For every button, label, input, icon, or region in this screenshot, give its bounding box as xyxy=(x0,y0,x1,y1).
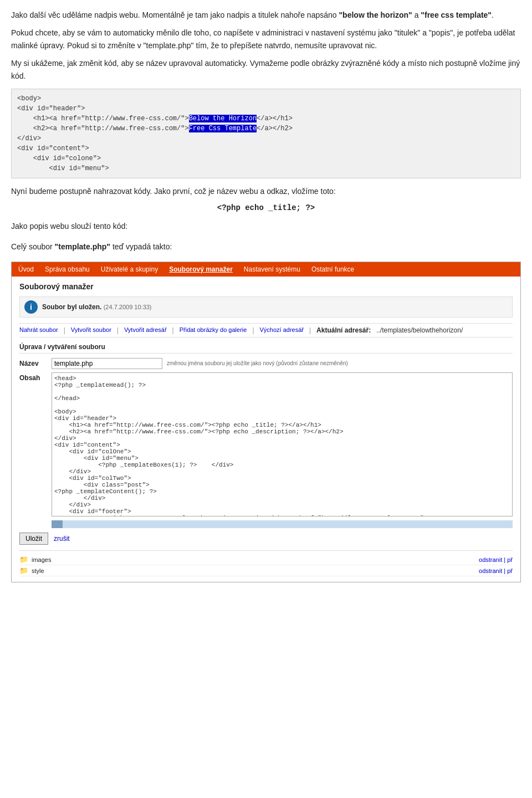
file-name-images: images xyxy=(32,556,51,563)
replace-text: Nyní budeme postupně nahrazovat kódy. Ja… xyxy=(11,185,521,197)
cms-content-area-wrapper: <head> <?php _templateHead(); ?> </head>… xyxy=(52,372,513,528)
cms-name-hint: změnou jména souboru jej uložíte jako no… xyxy=(167,358,348,366)
description-label: Jako popis webu slouží tento kód: xyxy=(11,220,521,232)
intro-paragraph-3: My si ukážeme, jak změnit kód, aby se ná… xyxy=(11,57,521,82)
cancel-link[interactable]: zrušit xyxy=(54,535,70,543)
file-action-style[interactable]: odstranit | př xyxy=(479,567,513,574)
cms-toolbar: Nahrát soubor | Vytvořit soubor | Vytvoř… xyxy=(19,323,513,337)
folder-icon: 📁 xyxy=(19,555,28,564)
file-name-style: style xyxy=(32,567,44,574)
highlight-title: Below the Horizon xyxy=(189,115,257,122)
toolbar-upload[interactable]: Nahrát soubor xyxy=(19,326,58,334)
toolbar-default-dir[interactable]: Výchozí adresář xyxy=(260,326,304,334)
table-row: 📁 style odstranit | př xyxy=(19,565,513,576)
cms-scrollbar[interactable] xyxy=(52,520,513,528)
cms-info-text: Soubor byl uložen. (24.7.2009 10:33) xyxy=(42,303,152,311)
intro-paragraph-1: Jako další věc uděláme nadpis webu. Mome… xyxy=(11,9,521,21)
nav-soubory[interactable]: Souborový manažer xyxy=(167,264,235,274)
nav-nastaveni[interactable]: Nastavení systému xyxy=(242,264,303,274)
php-title-block: <?php echo _title; ?> xyxy=(11,203,521,212)
cms-section-title: Úprava / vytváření souboru xyxy=(19,343,513,354)
cms-name-input[interactable] xyxy=(52,358,162,369)
intro-paragraph-2: Pokud chcete, aby se vám to automaticky … xyxy=(11,27,521,52)
folder-icon-style: 📁 xyxy=(19,566,28,575)
toolbar-current-label: Aktuální adresář: xyxy=(316,326,371,334)
toolbar-create-file[interactable]: Vytvořit soubor xyxy=(71,326,111,334)
file-left-style: 📁 style xyxy=(19,566,44,575)
toolbar-add-images[interactable]: Přidat obrázky do galerie xyxy=(180,326,247,334)
file-left-images: 📁 images xyxy=(19,555,51,564)
cms-panel: Úvod Správa obsahu Uživatelé a skupiny S… xyxy=(11,262,521,582)
toolbar-create-dir[interactable]: Vytvořit adresář xyxy=(124,326,167,334)
cms-name-label: Název xyxy=(19,358,47,367)
info-icon: i xyxy=(24,300,38,314)
save-button[interactable]: Uložit xyxy=(19,533,48,545)
code-snippet: <body> <div id="header"> <h1><a href="ht… xyxy=(11,89,521,178)
php-title-code: <?php echo _title; ?> xyxy=(217,203,315,212)
nav-sprava[interactable]: Správa obsahu xyxy=(43,264,92,274)
cms-form-content-row: Obsah <head> <?php _templateHead(); ?> <… xyxy=(19,372,513,528)
cms-body: Souborový manažer i Soubor byl uložen. (… xyxy=(12,277,520,582)
cms-content-textarea[interactable]: <head> <?php _templateHead(); ?> </head>… xyxy=(52,372,513,516)
cms-scrollbar-thumb xyxy=(52,520,63,528)
template-label: Celý soubor "template.php" teď vypadá ta… xyxy=(11,241,521,253)
cms-page-title: Souborový manažer xyxy=(19,282,513,291)
cms-nav: Úvod Správa obsahu Uživatelé a skupiny S… xyxy=(12,262,520,277)
file-action-images[interactable]: odstranit | př xyxy=(479,556,513,563)
cms-content-label: Obsah xyxy=(19,372,47,382)
cms-info-bar: i Soubor byl uložen. (24.7.2009 10:33) xyxy=(19,296,513,318)
nav-ostatni[interactable]: Ostatní funkce xyxy=(309,264,356,274)
cms-file-list: 📁 images odstranit | př 📁 style odstrani… xyxy=(19,550,513,576)
highlight-desc: Free Css Template xyxy=(189,125,257,132)
toolbar-current-path: ../templates/belowthehorizon/ xyxy=(376,326,463,334)
cms-buttons: Uložit zrušit xyxy=(19,533,513,545)
nav-uvod[interactable]: Úvod xyxy=(16,264,36,274)
nav-uzivatele[interactable]: Uživatelé a skupiny xyxy=(99,264,160,274)
cms-form-name-row: Název změnou jména souboru jej uložíte j… xyxy=(19,358,513,369)
table-row: 📁 images odstranit | př xyxy=(19,554,513,565)
